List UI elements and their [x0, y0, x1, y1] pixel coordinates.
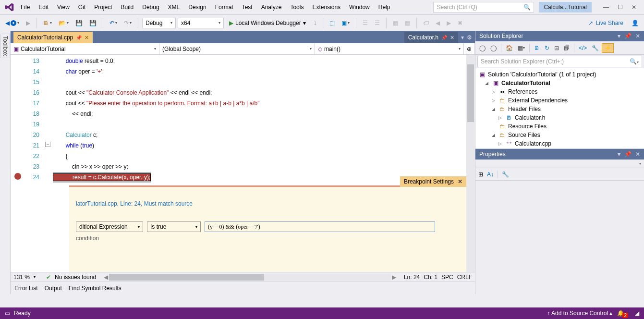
alphabetical-icon[interactable]: A↓ — [487, 171, 494, 178]
solution-explorer-search[interactable]: Search Solution Explorer (Ctrl+;) 🔍▾ — [477, 56, 642, 67]
notifications-button[interactable]: 🔔2 — [617, 310, 630, 317]
code-icon[interactable]: </> — [577, 43, 589, 53]
condition-type-combo[interactable]: ditional Expression▾ — [76, 221, 143, 232]
redo-button[interactable]: ↷▾ — [122, 18, 134, 28]
output-tab-error-list[interactable]: Error List — [14, 285, 38, 292]
new-project-button[interactable]: 🗎▾ — [41, 18, 54, 28]
add-source-control[interactable]: ↑ Add to Source Control ▴ — [547, 310, 612, 317]
menu-edit[interactable]: Edit — [34, 1, 53, 13]
menu-tools[interactable]: Tools — [286, 1, 308, 13]
bookmark-prev-icon[interactable]: ◀ — [433, 18, 442, 28]
header-files-node[interactable]: ◢🗀Header Files — [478, 105, 641, 113]
calculator-h-node[interactable]: ▷🗎Calculator.h — [478, 113, 641, 122]
source-files-node[interactable]: ◢🗀Source Files — [478, 131, 641, 139]
calculator-cpp-node[interactable]: ▷⁺⁺Calculator.cpp — [478, 139, 641, 148]
resource-files-node[interactable]: 🗀Resource Files — [478, 122, 641, 131]
close-button[interactable]: ✕ — [632, 4, 636, 11]
menu-project[interactable]: Project — [90, 1, 116, 13]
lineending-indicator[interactable]: CRLF — [457, 274, 472, 281]
refresh-icon[interactable]: ↻ — [543, 43, 551, 53]
platform-combo[interactable]: x64▾ — [178, 18, 224, 28]
breakpoint-icon[interactable] — [14, 173, 21, 180]
menu-design[interactable]: Design — [184, 1, 210, 13]
nav-scope-combo[interactable]: (Global Scope)▾ — [159, 43, 315, 54]
menu-format[interactable]: Format — [211, 1, 238, 13]
menu-window[interactable]: Window — [345, 1, 374, 13]
home-icon[interactable]: 🏠 — [504, 43, 515, 53]
properties-icon[interactable]: 🔧 — [590, 43, 601, 53]
condition-expression-input[interactable] — [205, 221, 435, 232]
pin-icon[interactable]: 📌 — [76, 35, 82, 40]
breakpoint-margin[interactable] — [11, 55, 25, 272]
external-deps-node[interactable]: ▷🗀External Dependencies — [478, 96, 641, 105]
zoom-level[interactable]: 131 % — [13, 274, 30, 281]
fold-margin[interactable]: − — [44, 55, 53, 272]
categorized-icon[interactable]: ⊞ — [478, 171, 483, 178]
tab-settings-icon[interactable]: ⚙ — [467, 34, 472, 41]
dropdown-icon[interactable]: ▾ — [618, 151, 620, 158]
minimize-button[interactable]: — — [603, 4, 609, 11]
dropdown-icon[interactable]: ▾ — [618, 33, 620, 39]
config-combo[interactable]: Debug▾ — [142, 18, 176, 28]
search-box[interactable]: Search (Ctrl+Q) 🔍 — [433, 2, 534, 12]
code-editor[interactable]: 131415161718192021222324 − double result… — [11, 55, 475, 272]
preview-icon[interactable]: ⚡ — [602, 43, 614, 53]
menu-test[interactable]: Test — [238, 1, 257, 13]
toolbar-icon-1[interactable]: ⬚ — [327, 18, 337, 28]
menu-git[interactable]: Git — [74, 1, 90, 13]
wrench-icon[interactable]: 🔧 — [502, 171, 509, 178]
back-button[interactable]: ◀●▾ — [3, 18, 22, 28]
pin-icon[interactable]: 📌 — [624, 151, 632, 158]
start-debugging-button[interactable]: ▶ Local Windows Debugger ▾ — [226, 18, 309, 28]
menu-extensions[interactable]: Extensions — [308, 1, 345, 13]
nav-project-combo[interactable]: ▣ CalculatorTutorial▾ — [11, 43, 159, 54]
output-tab-find-symbol-results[interactable]: Find Symbol Results — [69, 285, 122, 292]
close-icon[interactable]: ✕ — [635, 151, 640, 158]
open-button[interactable]: 📂▾ — [56, 18, 71, 28]
issues-status[interactable]: No issues found — [55, 274, 96, 281]
tab-calculator-tutorial-cpp[interactable]: CalculatorTutorial.cpp 📌 ✕ — [13, 32, 93, 43]
references-node[interactable]: ▷▪▪References — [478, 87, 641, 96]
switch-views-icon[interactable]: ▦▾ — [516, 43, 527, 53]
comment-icon[interactable]: ▦ — [390, 18, 401, 28]
step-over-button[interactable]: ⤵ — [311, 18, 319, 28]
uncomment-icon[interactable]: ▦ — [402, 18, 413, 28]
maximize-button[interactable]: ☐ — [618, 4, 623, 11]
show-all-icon[interactable]: 🗐 — [562, 43, 571, 53]
split-button[interactable]: ⊕ — [464, 43, 475, 54]
live-share-button[interactable]: ↗ Live Share — [584, 20, 627, 26]
editor-vscroll[interactable] — [466, 55, 475, 272]
toolbar-icon-2[interactable]: ▣▾ — [339, 18, 352, 28]
tab-calculator-h[interactable]: Calculator.h 📌 ✕ — [404, 32, 458, 43]
forward-button[interactable]: ▶ — [24, 18, 33, 28]
outdent-icon[interactable]: ☰ — [372, 18, 382, 28]
col-indicator[interactable]: Ch: 1 — [424, 274, 437, 281]
close-icon[interactable]: ✕ — [635, 33, 640, 39]
back-icon[interactable]: ◯ — [477, 43, 487, 53]
save-button[interactable]: 💾 — [73, 18, 85, 28]
nav-member-combo[interactable]: ◇ main()▾ — [315, 43, 464, 54]
pin-icon[interactable]: 📌 — [624, 33, 632, 39]
menu-help[interactable]: Help — [374, 1, 395, 13]
collapse-icon[interactable]: ⊟ — [552, 43, 561, 53]
line-indicator[interactable]: Ln: 24 — [404, 274, 420, 281]
indent-icon[interactable]: ☰ — [360, 18, 370, 28]
save-all-button[interactable]: 💾 — [87, 18, 99, 28]
bookmark-clear-icon[interactable]: ✖ — [455, 18, 465, 28]
menu-file[interactable]: File — [16, 1, 34, 13]
sync-icon[interactable]: 🗎 — [532, 43, 542, 53]
menu-view[interactable]: View — [53, 1, 74, 13]
forward-icon[interactable]: ◯ — [488, 43, 498, 53]
menu-xml[interactable]: XML — [164, 1, 184, 13]
tab-dropdown-icon[interactable]: ▾ — [461, 34, 464, 41]
project-node[interactable]: ◢▣CalculatorTutorial — [478, 79, 641, 87]
condition-eval-combo[interactable]: Is true▾ — [147, 221, 201, 232]
close-icon[interactable]: ✕ — [458, 178, 462, 185]
pin-icon[interactable]: 📌 — [441, 35, 447, 40]
close-tab-icon[interactable]: ✕ — [450, 35, 454, 41]
menu-analyze[interactable]: Analyze — [257, 1, 286, 13]
bookmark-next-icon[interactable]: ▶ — [444, 18, 453, 28]
menu-build[interactable]: Build — [117, 1, 138, 13]
solution-tree[interactable]: ▣Solution 'CalculatorTutorial' (1 of 1 p… — [475, 68, 644, 148]
output-tab-output[interactable]: Output — [45, 285, 62, 292]
